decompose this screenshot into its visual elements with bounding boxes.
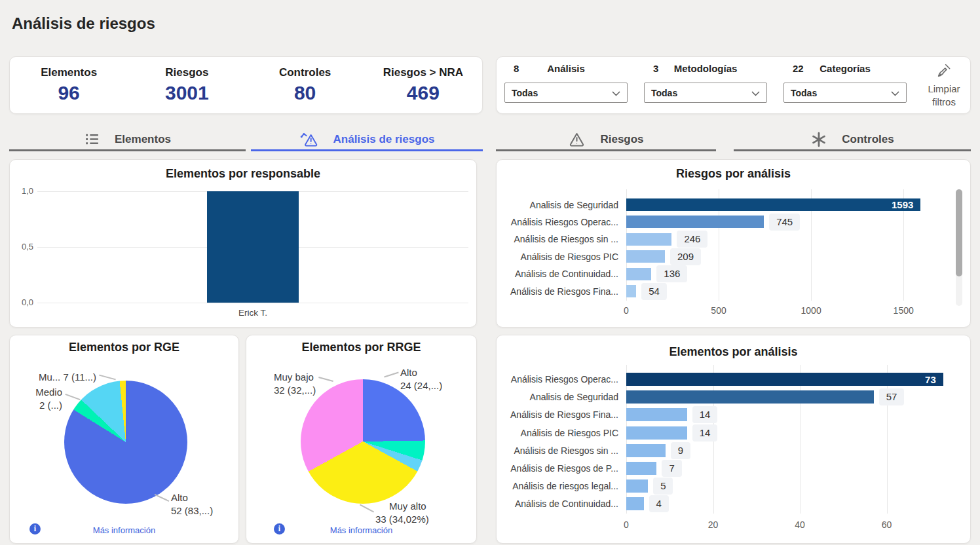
pie-callout: Alto 24 (24,...)	[400, 366, 442, 392]
value-label: 14	[692, 424, 718, 442]
category-label: Análisis de Riesgos Fina...	[497, 286, 618, 297]
tab-analisis-de-riesgos[interactable]: Análisis de riesgos	[251, 126, 483, 152]
bar[interactable]	[626, 233, 671, 246]
kpi-riesgos: Riesgos 3001	[128, 66, 246, 104]
pie-callout: Medio 2 (...)	[20, 386, 62, 412]
callout-leader-line	[155, 494, 170, 502]
filter-count: 3	[653, 63, 658, 74]
x-axis-tick-label: 20	[694, 519, 733, 530]
value-label: 1593	[892, 198, 913, 211]
categorias-dropdown[interactable]: Todas	[783, 83, 907, 103]
chart-riesgos-por-analisis: Riesgos por análisis 050010001500Analisi…	[496, 159, 971, 328]
bar[interactable]: 73	[626, 373, 943, 386]
x-axis-tick-label: 0	[607, 519, 646, 530]
metodologias-dropdown[interactable]: Todas	[644, 83, 767, 103]
tab-elementos[interactable]: Elementos	[9, 126, 246, 152]
list-icon	[84, 131, 100, 147]
pie-callout: Muy bajo 32 (32,...)	[274, 371, 316, 397]
value-label: 745	[769, 214, 800, 231]
warning-icon	[568, 130, 586, 148]
bar-chart-plot: 1,00,50,0Erick T.	[10, 160, 476, 327]
value-label: 246	[677, 231, 707, 248]
bar[interactable]	[626, 444, 666, 457]
pie-chart[interactable]	[301, 379, 425, 504]
analisis-dropdown[interactable]: Todas	[504, 83, 628, 103]
bar[interactable]	[626, 462, 656, 475]
more-info-link[interactable]: Más información	[10, 525, 238, 535]
filter-categorias: 22 Categorías Todas	[783, 63, 907, 77]
pie-callout: Mu... 7 (11...)	[20, 371, 96, 384]
chart-scrollbar-thumb[interactable]	[956, 189, 962, 276]
risk-analysis-icon	[299, 130, 319, 148]
bar[interactable]	[626, 285, 636, 297]
risk-dashboard: Análisis de riesgos Elementos 96 Riesgos…	[0, 0, 980, 545]
filter-count: 22	[793, 63, 804, 74]
kpi-label: Controles	[246, 66, 364, 79]
chart-elementos-por-analisis: Elementos por análisis 0204060Análisis R…	[496, 335, 971, 544]
dropdown-value: Todas	[512, 88, 538, 98]
value-label: 4	[649, 495, 669, 512]
pie-chart[interactable]	[64, 381, 187, 504]
page-title: Análisis de riesgos	[12, 14, 155, 33]
tab-riesgos[interactable]: Riesgos	[496, 126, 716, 152]
bar[interactable]	[626, 268, 651, 280]
pie-callout: Alto 52 (83,...)	[171, 491, 213, 517]
value-label: 136	[656, 265, 687, 282]
bar[interactable]	[626, 497, 644, 510]
value-label: 5	[653, 478, 673, 495]
bar[interactable]	[626, 479, 648, 493]
tab-controles[interactable]: Controles	[734, 126, 971, 152]
clear-filters-label: Limpiar	[919, 83, 969, 96]
category-label: Análisis de Riesgos Fina...	[497, 409, 618, 421]
kpi-controles: Controles 80	[246, 66, 364, 104]
filter-label: Metodologías	[644, 63, 767, 74]
clear-filters-button[interactable]: Limpiar filtros	[919, 62, 969, 109]
bar-chart-plot: 050010001500Analisis de Seguridad1593Aná…	[497, 160, 970, 327]
category-label: Análisis de Continuidad...	[497, 268, 618, 280]
kpi-riesgos-nra: Riesgos > NRA 469	[364, 66, 482, 104]
bar[interactable]	[207, 191, 299, 303]
value-label: 73	[925, 373, 936, 386]
callout-leader-line	[384, 371, 398, 377]
bar[interactable]	[626, 250, 665, 263]
value-label: 7	[662, 460, 681, 477]
kpi-label: Riesgos > NRA	[364, 66, 482, 79]
dropdown-value: Todas	[651, 88, 677, 98]
category-label: Análisis de Riesgos de P...	[497, 462, 618, 474]
chart-title: Elementos por RGE	[10, 341, 238, 354]
y-axis-tick-label: 1,0	[12, 186, 33, 196]
category-label: Análisis Riesgos Operac...	[497, 373, 618, 385]
bar[interactable]	[626, 216, 764, 228]
chevron-down-icon	[751, 88, 760, 98]
filter-count: 8	[514, 63, 519, 74]
bar-chart-plot: 0204060Análisis Riesgos Operac...73Anali…	[497, 335, 970, 543]
chart-title: Elementos por RRGE	[246, 341, 476, 354]
filter-metodologias: 3 Metodologías Todas	[644, 63, 767, 77]
kpi-value: 80	[246, 82, 364, 104]
category-label: Análisis de Riesgos sin ...	[497, 445, 618, 457]
value-label: 54	[641, 283, 667, 300]
more-info-link[interactable]: Más información	[246, 525, 476, 535]
chart-elementos-por-rge: Elementos por RGE Mu... 7 (11...) Medio …	[9, 335, 239, 544]
x-axis-tick-label: 0	[607, 305, 646, 316]
x-axis-tick-label: 1500	[884, 305, 923, 316]
category-label: Análisis Riesgos Operac...	[497, 216, 618, 228]
bar[interactable]	[626, 390, 874, 404]
chevron-down-icon	[612, 88, 620, 98]
y-axis-tick-label: 0,5	[12, 242, 33, 252]
bar[interactable]	[626, 426, 687, 440]
gridline	[800, 365, 801, 514]
tab-label: Análisis de riesgos	[333, 133, 435, 146]
broom-icon	[935, 70, 952, 81]
category-label: Análisis de Continuidad...	[497, 498, 618, 510]
x-axis-tick-label: 60	[867, 519, 907, 530]
filter-label: Análisis	[504, 63, 628, 74]
bar[interactable]: 1593	[626, 198, 920, 211]
gridline	[887, 365, 888, 514]
bar[interactable]	[626, 408, 687, 421]
controls-icon	[810, 131, 827, 148]
tab-label: Elementos	[115, 133, 171, 146]
category-label: Erick T.	[207, 308, 299, 318]
y-axis-tick-label: 0,0	[12, 297, 33, 307]
chart-elementos-por-responsable: Elementos por responsable 1,00,50,0Erick…	[9, 159, 477, 328]
